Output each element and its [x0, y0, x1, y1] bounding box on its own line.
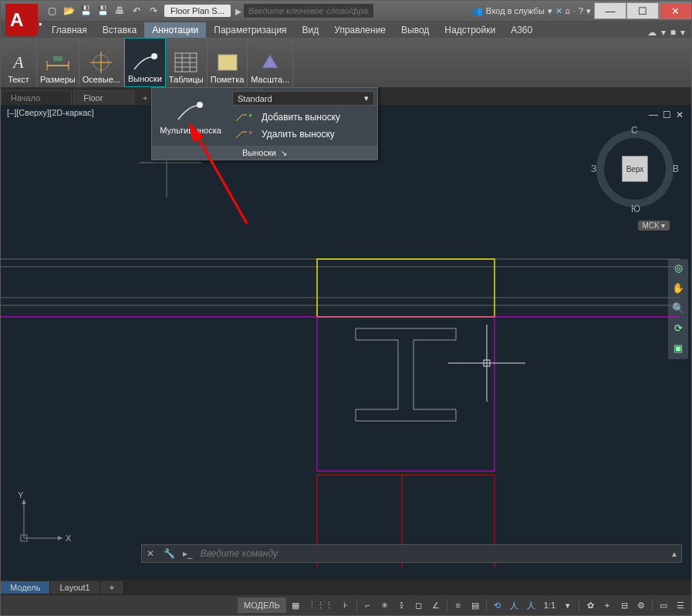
track-icon[interactable]: ∠ [428, 597, 444, 613]
iso-icon[interactable]: ⧰ [394, 597, 410, 613]
a360-icon[interactable]: ⩍ [565, 6, 570, 15]
minimize-button[interactable]: — [594, 2, 626, 19]
tab-a360[interactable]: A360 [503, 22, 540, 38]
svg-text:+: + [248, 112, 252, 119]
lineweight-icon[interactable]: ≡ [451, 597, 466, 613]
svg-rect-3 [53, 56, 62, 61]
saveas-icon[interactable]: 💾 [95, 3, 110, 19]
annomonitor-icon[interactable]: + [599, 597, 615, 613]
help-icon[interactable]: ? [579, 6, 583, 15]
status-bar: МОДЕЛЬ ▦ ⋮⋮⋮ ⊦ ⌐ ✳ ⧰ ◻ ∠ ≡ ▤ ⟲ 人 人 1:1 ▾… [1, 595, 691, 615]
tab-layout1[interactable]: Layout1 [50, 581, 100, 594]
cmdline-settings-icon[interactable]: 🔧 [159, 548, 180, 559]
signin-link[interactable]: Вход в службы [486, 6, 545, 15]
redo-icon[interactable]: ↷ [146, 3, 161, 19]
add-leader-button[interactable]: + Добавить выноску [232, 109, 374, 126]
panel-dimensions[interactable]: Размеры [37, 38, 79, 87]
open-icon[interactable]: 📂 [61, 3, 76, 19]
panel-leaders[interactable]: Выноски [124, 38, 166, 87]
svg-point-7 [151, 53, 157, 59]
tab-drawing-current[interactable]: Floor + [73, 90, 134, 105]
ribbon-collapse-icon[interactable]: ■ [670, 27, 676, 38]
save-icon[interactable]: 💾 [78, 3, 93, 19]
customize-icon[interactable]: ☰ [673, 597, 688, 613]
dropdown-footer[interactable]: Выноски ↘ [152, 146, 377, 160]
new-layout-button[interactable]: + [100, 581, 124, 594]
tab-annotations[interactable]: Аннотации [144, 22, 206, 38]
cycling-icon[interactable]: ⟲ [490, 597, 505, 613]
svg-marker-15 [262, 55, 278, 68]
svg-text:×: × [248, 129, 252, 136]
svg-marker-37 [22, 500, 26, 504]
print-icon[interactable]: 🖶 [112, 3, 127, 19]
close-button[interactable]: ✕ [659, 2, 691, 19]
grid-icon[interactable]: ▦ [288, 597, 303, 613]
tab-start[interactable]: Начало [1, 90, 72, 105]
leaders-dropdown: Мультивыноска Standard ▾ + Добавить выно… [151, 87, 378, 160]
chevron-down-icon: ▾ [364, 93, 369, 103]
ribbon-tabs: Главная Вставка Аннотации Параметризация… [1, 21, 691, 38]
isolate-icon[interactable]: ⊟ [616, 597, 632, 613]
svg-text:X: X [66, 534, 72, 543]
new-icon[interactable]: ▢ [44, 3, 59, 19]
remove-leader-button[interactable]: × Удалить выноску [232, 126, 374, 143]
osnap-icon[interactable]: ◻ [411, 597, 427, 613]
panel-text[interactable]: A Текст [1, 38, 37, 87]
tab-home[interactable]: Главная [44, 22, 95, 38]
tab-insert[interactable]: Вставка [95, 22, 145, 38]
signin-icon[interactable]: 👥 [472, 6, 483, 16]
svg-rect-22 [317, 259, 495, 317]
tab-parametric[interactable]: Параметризация [206, 22, 294, 38]
tab-output[interactable]: Вывод [393, 22, 437, 38]
undo-icon[interactable]: ↶ [129, 3, 144, 19]
text-icon: A [4, 50, 33, 75]
hwaccel-icon[interactable]: ⚙ [633, 597, 649, 613]
status-model[interactable]: МОДЕЛЬ [238, 597, 286, 613]
tab-addins[interactable]: Надстройки [437, 22, 503, 38]
titlebar: A ▢ 📂 💾 💾 🖶 ↶ ↷ Floor Plan S... ▸ 👥 Вход… [1, 1, 691, 21]
document-title: Floor Plan S... [164, 5, 231, 17]
drawing-geometry [1, 105, 691, 580]
annovisibility-icon[interactable]: 人 [524, 597, 539, 613]
leader-icon [130, 49, 160, 74]
cleanscreen-icon[interactable]: ▭ [656, 597, 671, 613]
scale-combo[interactable]: 1:1 [541, 597, 559, 613]
workspace-icon[interactable]: ✿ [582, 597, 598, 613]
scale-dropdown-icon[interactable]: ▾ [560, 597, 576, 613]
panel-scale[interactable]: Масшта... [248, 38, 293, 87]
tab-manage[interactable]: Управление [326, 22, 393, 38]
multileader-button[interactable]: Мультивыноска [152, 88, 229, 146]
maximize-button[interactable]: ☐ [626, 2, 659, 19]
layout-tabs: Модель Layout1 + [1, 580, 691, 595]
infer-icon[interactable]: ⊦ [338, 597, 353, 613]
exchange-icon[interactable]: ✕ [555, 6, 562, 16]
snap-icon[interactable]: ⋮⋮⋮ [305, 597, 336, 613]
ribbon: A Текст Размеры Осевые... Выноски Табл [1, 38, 691, 88]
remove-leader-icon: × [234, 128, 255, 140]
dialog-launcher-icon[interactable]: ↘ [281, 149, 287, 157]
tab-view[interactable]: Вид [295, 22, 327, 38]
table-icon [171, 50, 201, 75]
annoscale-icon[interactable]: 人 [507, 597, 522, 613]
new-drawing-button[interactable]: + [143, 93, 147, 103]
bim360-icon[interactable]: ☁ [647, 27, 657, 38]
cmdline-close-icon[interactable]: ✕ [142, 548, 159, 559]
centerline-icon [86, 50, 116, 75]
panel-markup[interactable]: Пометка [208, 38, 248, 87]
search-input[interactable] [243, 3, 374, 19]
ucs-icon: X Y [16, 492, 70, 549]
panel-centerlines[interactable]: Осевые... [79, 38, 124, 87]
quick-access-toolbar: ▢ 📂 💾 💾 🖶 ↶ ↷ [44, 3, 161, 19]
app-menu-icon[interactable]: A [5, 4, 38, 36]
leader-style-combo[interactable]: Standard ▾ [232, 91, 374, 106]
viewport[interactable]: [–][Сверху][2D-каркас] — ☐ ✕ Верх С В Ю … [1, 105, 691, 580]
command-input[interactable] [196, 548, 667, 559]
scale-icon [255, 50, 285, 75]
transparency-icon[interactable]: ▤ [468, 597, 483, 613]
markup-icon [213, 50, 242, 75]
ortho-icon[interactable]: ⌐ [360, 597, 376, 613]
polar-icon[interactable]: ✳ [377, 597, 393, 613]
tab-model[interactable]: Модель [1, 581, 50, 594]
panel-tables[interactable]: Таблицы [166, 38, 208, 87]
command-line[interactable]: ✕ 🔧 ▸_ ▴ [141, 544, 682, 563]
